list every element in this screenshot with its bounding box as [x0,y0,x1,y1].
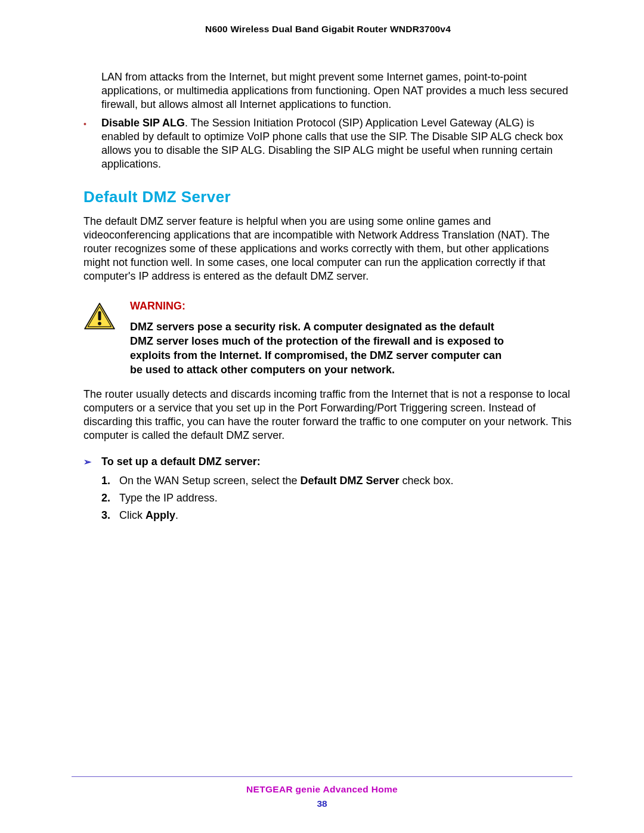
bullet-continuation-text: LAN from attacks from the Internet, but … [101,70,572,112]
step-post: . [175,509,178,521]
step-pre: Click [119,509,145,521]
procedure-steps: 1. On the WAN Setup screen, select the D… [83,474,572,522]
svg-rect-2 [98,311,101,320]
warning-text-col: WARNING: DMZ servers pose a security ris… [130,300,572,377]
procedure-arrow-icon: ➢ [83,456,101,467]
step-bold: Default DMZ Server [300,475,399,487]
manual-page: N600 Wireless Dual Band Gigabit Router W… [0,0,644,833]
step-number: 2. [101,491,119,505]
step-body: Click Apply. [119,509,178,522]
step-number: 1. [101,474,119,488]
step-pre: Type the IP address. [119,492,218,504]
step-pre: On the WAN Setup screen, select the [119,475,300,487]
bullet-item-sip: • Disable SIP ALG. The Session Initiatio… [83,116,572,171]
section-heading: Default DMZ Server [83,188,572,206]
footer-section-name: NETGEAR genie Advanced Home [72,784,572,795]
procedure-step: 3. Click Apply. [83,509,572,522]
step-body: On the WAN Setup screen, select the Defa… [119,474,454,488]
footer-page-number: 38 [72,798,572,809]
section-paragraph-1: The default DMZ server feature is helpfu… [83,215,572,283]
step-post: check box. [400,475,454,487]
section-paragraph-2: The router usually detects and discards … [83,388,572,442]
continued-bullet-list: LAN from attacks from the Internet, but … [83,70,572,171]
page-header-title: N600 Wireless Dual Band Gigabit Router W… [83,24,572,35]
warning-triangle-icon [83,302,116,331]
step-bold: Apply [145,509,175,521]
procedure-heading-row: ➢ To set up a default DMZ server: [83,456,572,468]
page-footer: NETGEAR genie Advanced Home 38 [72,776,572,809]
step-number: 3. [101,509,119,522]
procedure-step: 2. Type the IP address. [83,491,572,505]
bullet-label: Disable SIP ALG [101,117,185,129]
procedure-title: To set up a default DMZ server: [101,456,261,468]
warning-block: WARNING: DMZ servers pose a security ris… [83,300,572,377]
warning-icon-col [83,300,130,377]
warning-body: DMZ servers pose a security risk. A comp… [130,320,513,377]
bullet-dot-icon: • [83,116,101,171]
step-body: Type the IP address. [119,491,218,505]
svg-point-3 [98,322,101,326]
warning-label: WARNING: [130,300,513,312]
bullet-body: Disable SIP ALG. The Session Initiation … [101,116,572,171]
procedure-step: 1. On the WAN Setup screen, select the D… [83,474,572,488]
